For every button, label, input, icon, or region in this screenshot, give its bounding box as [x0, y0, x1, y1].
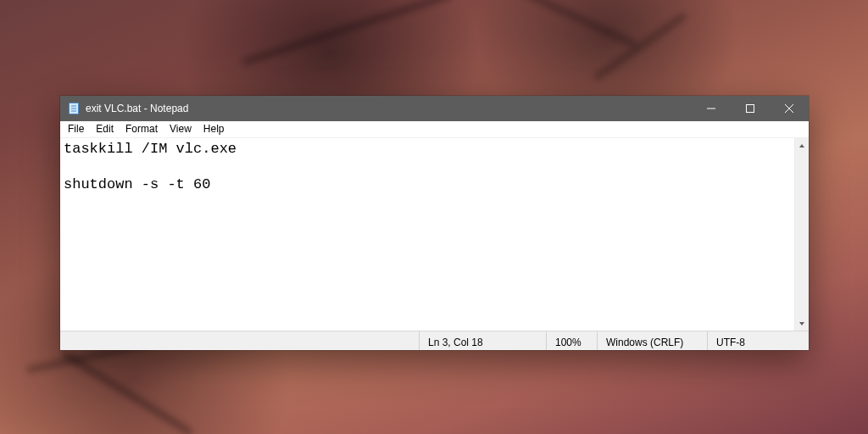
minimize-button[interactable] — [692, 96, 731, 121]
statusbar-spacer — [60, 331, 419, 350]
menu-view[interactable]: View — [164, 122, 198, 136]
status-zoom[interactable]: 100% — [546, 331, 597, 350]
scroll-up-button[interactable] — [795, 138, 809, 153]
menu-help[interactable]: Help — [198, 122, 231, 136]
window-title: exit VLC.bat - Notepad — [86, 103, 188, 114]
background-decor — [242, 0, 453, 65]
scrollbar-track[interactable] — [795, 153, 809, 316]
menu-format[interactable]: Format — [120, 122, 164, 136]
text-editor[interactable] — [60, 138, 794, 331]
menu-file[interactable]: File — [62, 122, 90, 136]
scroll-down-button[interactable] — [795, 316, 809, 331]
background-decor — [593, 13, 687, 80]
titlebar[interactable]: exit VLC.bat - Notepad — [60, 96, 809, 121]
svg-marker-8 — [799, 144, 804, 147]
status-encoding: UTF-8 — [707, 331, 809, 350]
menu-edit[interactable]: Edit — [90, 122, 120, 136]
maximize-button[interactable] — [731, 96, 770, 121]
menubar: File Edit Format View Help — [60, 121, 809, 138]
notepad-window: exit VLC.bat - Notepad File Edit Format … — [60, 96, 809, 350]
status-line-endings: Windows (CRLF) — [597, 331, 707, 350]
statusbar: Ln 3, Col 18 100% Windows (CRLF) UTF-8 — [60, 331, 809, 350]
background-decor — [61, 350, 193, 434]
status-caret-position: Ln 3, Col 18 — [419, 331, 546, 350]
vertical-scrollbar[interactable] — [794, 138, 809, 331]
close-button[interactable] — [770, 96, 809, 121]
background-decor — [481, 0, 637, 47]
notepad-icon — [67, 102, 81, 115]
svg-marker-9 — [799, 322, 804, 326]
editor-area — [60, 138, 809, 331]
svg-rect-5 — [747, 105, 754, 113]
